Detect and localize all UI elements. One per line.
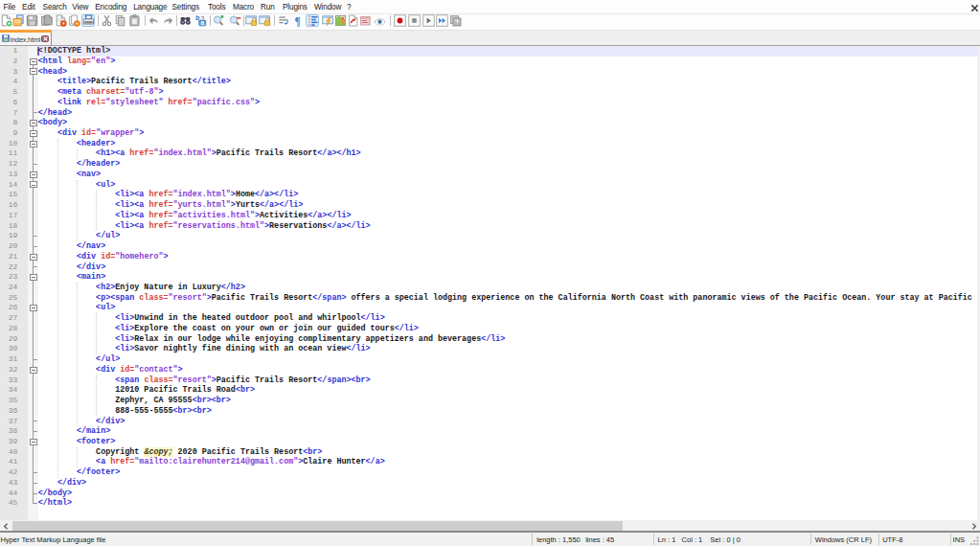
svg-text:¶: ¶ xyxy=(295,15,301,27)
svg-text:a: a xyxy=(200,19,204,26)
